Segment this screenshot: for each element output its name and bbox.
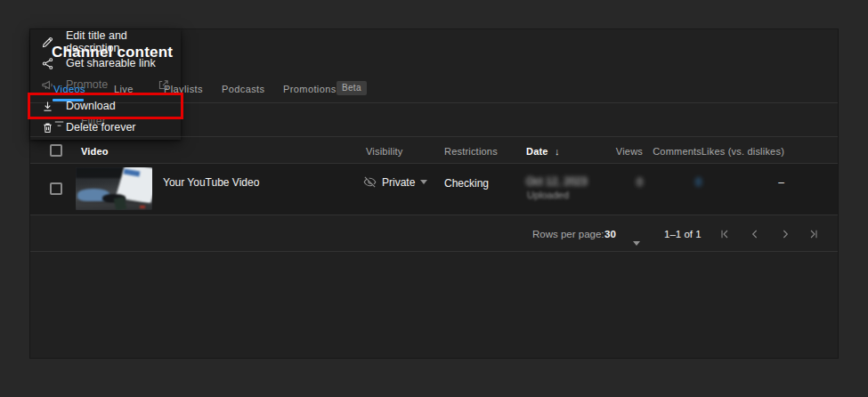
- chevron-right-icon: [778, 227, 792, 241]
- video-thumbnail[interactable]: [76, 167, 152, 210]
- column-header-visibility[interactable]: Visibility: [366, 146, 403, 157]
- restrictions-cell: Checking: [444, 177, 489, 190]
- channel-content-panel: Channel content Videos Live Playlists Po…: [29, 28, 839, 359]
- thumbnail-art: [140, 206, 145, 208]
- visibility-off-icon: [363, 175, 377, 189]
- next-page-button[interactable]: [778, 227, 792, 241]
- likes-cell: –: [651, 176, 784, 189]
- column-header-date-label: Date: [526, 146, 548, 157]
- last-page-icon: [807, 227, 821, 241]
- page-range-label: 1–1 of 1: [664, 229, 702, 239]
- select-all-checkbox[interactable]: [50, 144, 62, 157]
- pencil-icon: [41, 36, 54, 49]
- last-page-button[interactable]: [807, 227, 821, 241]
- column-header-video[interactable]: Video: [81, 146, 109, 157]
- column-header-restrictions[interactable]: Restrictions: [444, 146, 498, 157]
- chevron-left-icon: [748, 227, 762, 241]
- chevron-down-icon[interactable]: [420, 180, 427, 184]
- video-table-row[interactable]: Your YouTube Video Private Checking Oct …: [30, 164, 838, 215]
- megaphone-icon: [41, 78, 54, 92]
- beta-badge: Beta: [337, 81, 367, 95]
- visibility-value: Private: [382, 176, 415, 189]
- share-icon: [41, 57, 54, 70]
- menu-item-delete-forever[interactable]: Delete forever: [30, 117, 181, 138]
- column-header-likes[interactable]: Likes (vs. dislikes): [651, 146, 784, 157]
- divider: [30, 251, 838, 252]
- tab-podcasts[interactable]: Podcasts: [222, 84, 264, 94]
- menu-item-label: Get shareable link: [66, 57, 156, 69]
- menu-item-download[interactable]: Download: [30, 95, 181, 117]
- visibility-cell[interactable]: Private: [363, 175, 427, 189]
- video-title[interactable]: Your YouTube Video: [163, 176, 259, 189]
- trash-icon: [41, 121, 54, 134]
- menu-item-label: Delete forever: [66, 121, 136, 134]
- menu-item-label: Download: [66, 100, 116, 112]
- youtube-studio-screen: Channel content Videos Live Playlists Po…: [0, 0, 868, 397]
- menu-item-label: Promote: [66, 78, 108, 91]
- date-state: Uploaded: [527, 190, 569, 200]
- menu-item-promote: Promote: [30, 74, 181, 95]
- external-link-icon: [157, 78, 170, 92]
- menu-item-get-shareable-link[interactable]: Get shareable link: [30, 53, 181, 74]
- rows-per-page-value[interactable]: 30: [604, 229, 616, 239]
- rows-per-page-dropdown[interactable]: [633, 233, 640, 249]
- divider: [30, 215, 838, 215]
- first-page-button[interactable]: [718, 227, 732, 241]
- rows-per-page-label: Rows per page:: [532, 229, 604, 239]
- tab-promotions[interactable]: Promotions: [283, 84, 337, 94]
- download-icon: [41, 100, 54, 113]
- first-page-icon: [718, 227, 732, 241]
- video-options-menu: Edit title and description Get shareable…: [30, 29, 181, 140]
- previous-page-button[interactable]: [748, 227, 762, 241]
- menu-item-label: Edit title and description: [66, 29, 170, 54]
- menu-item-edit-title[interactable]: Edit title and description: [30, 31, 181, 53]
- row-checkbox[interactable]: [50, 182, 62, 195]
